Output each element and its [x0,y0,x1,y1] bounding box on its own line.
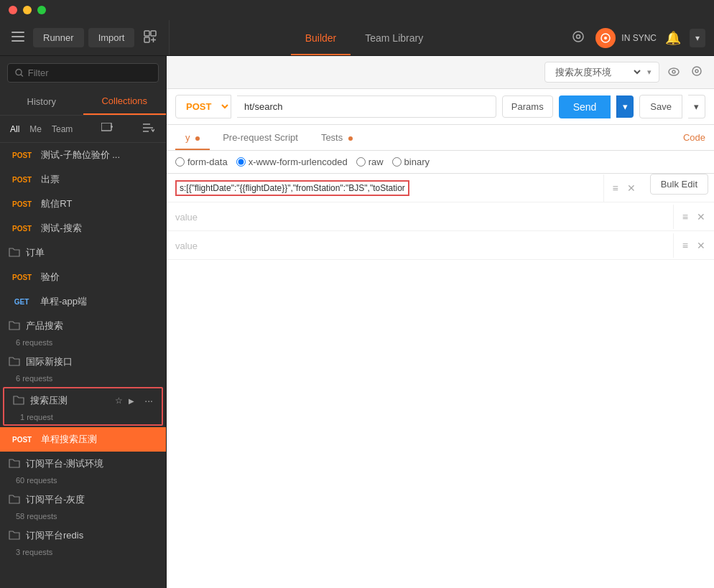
gear-icon [691,65,703,77]
params-button[interactable]: Params [502,95,553,118]
list-item[interactable]: POST 出票 [0,167,166,192]
svg-rect-14 [101,123,111,131]
folder-group[interactable]: 产品搜索 6 requests [0,314,166,350]
env-settings-button[interactable] [688,62,705,82]
tab-pre-request-script[interactable]: Pre-request Script [213,125,308,150]
reorder-button[interactable]: ≡ [610,179,621,197]
reorder-button[interactable]: ≡ [680,208,691,225]
titlebar [0,0,714,20]
send-dropdown-button[interactable]: ▾ [616,95,634,118]
folder-group[interactable]: 订阅平台redis 3 requests [0,523,166,559]
folder-header[interactable]: 产品搜索 [0,314,166,338]
maximize-button[interactable] [37,6,46,14]
notification-button[interactable]: 🔔 [662,27,684,49]
folder-group-highlighted[interactable]: 搜索压测 ☆ ▶ ··· 1 request [3,387,163,426]
urlencoded-option[interactable]: x-www-form-urlencoded [236,157,348,167]
search-input-wrap [7,63,159,83]
sidebar-toggle-button[interactable] [7,27,29,49]
list-item[interactable]: POST 测试-子舱位验价 ... [0,143,166,167]
tab-builder[interactable]: Builder [291,20,351,55]
binary-option[interactable]: binary [392,157,430,167]
folder-header[interactable]: 国际新接口 [0,350,166,374]
send-button[interactable]: Send [559,95,611,118]
sort-button[interactable] [139,121,159,136]
folder-header[interactable]: 订阅平台-灰度 [0,487,166,512]
svg-rect-0 [11,32,24,33]
folder-item[interactable]: 订单 [0,241,166,265]
bulk-edit-button[interactable]: Bulk Edit [650,174,708,195]
folder-icon [9,458,20,470]
body-type-bar: form-data x-www-form-urlencoded raw bina… [167,151,714,174]
save-button[interactable]: Save [639,95,682,118]
item-name: 验价 [41,271,157,284]
minimize-button[interactable] [23,6,32,14]
import-button[interactable]: Import [88,28,135,47]
svg-point-21 [672,70,675,73]
runner-label: Runner [43,32,74,43]
folder-header[interactable]: 订阅平台-测试环境 [0,452,166,476]
delete-param-button[interactable]: ✕ [624,179,639,197]
tab-collections[interactable]: Collections [83,88,167,115]
reorder-button[interactable]: ≡ [680,237,691,254]
close-button[interactable] [9,6,17,14]
more-options-icon[interactable]: ··· [144,395,153,406]
delete-param-button[interactable]: ✕ [694,208,708,225]
filter-all-button[interactable]: All [7,123,22,136]
form-data-radio[interactable] [175,157,185,167]
runner-button[interactable]: Runner [33,28,84,47]
filter-input[interactable] [28,67,151,78]
url-input[interactable] [237,95,496,118]
binary-radio[interactable] [392,157,402,167]
new-tab-button[interactable] [139,25,162,51]
list-item[interactable]: POST 航信RT [0,192,166,216]
list-item-active[interactable]: POST 单程搜索压测 [0,427,166,452]
folder-meta: 1 request [20,413,162,424]
folder-group[interactable]: 订阅平台-测试环境 60 requests [0,452,166,487]
folder-header-highlighted[interactable]: 搜索压测 ☆ ▶ ··· [4,388,162,413]
raw-option[interactable]: raw [356,157,384,167]
tab-team-library[interactable]: Team Library [351,20,437,55]
more-button[interactable]: ▾ [690,29,705,47]
delete-param-button[interactable]: ✕ [694,237,708,254]
list-item[interactable]: POST 测试-搜索 [0,216,166,241]
folder-name: 订阅平台-测试环境 [26,457,157,470]
folder-group[interactable]: 国际新接口 6 requests [0,350,166,386]
save-dropdown-button[interactable]: ▾ [688,95,705,118]
param-actions: ≡ ✕ [604,179,644,197]
eye-icon [668,67,680,76]
request-line: POST Params Send ▾ Save ▾ [167,89,714,125]
form-data-option[interactable]: form-data [175,157,228,167]
svg-rect-2 [11,40,24,42]
param-actions: ≡ ✕ [674,237,714,254]
folder-icon [9,247,20,259]
raw-radio[interactable] [356,157,366,167]
list-item[interactable]: GET 单程-app端 [0,289,166,314]
url-bar-area: 搜索灰度环境 ▾ [167,56,714,89]
param-key-placeholder: value [167,205,674,229]
folder-group[interactable]: 订阅平台-灰度 58 requests [0,487,166,523]
param-value-text: value [175,241,198,251]
env-view-button[interactable] [665,64,682,81]
folder-header[interactable]: 订阅平台redis [0,523,166,548]
filter-me-button[interactable]: Me [27,123,45,136]
sync-button[interactable]: IN SYNC [621,33,657,43]
list-item[interactable]: POST 验价 [0,265,166,289]
tab-tests[interactable]: Tests [311,125,363,150]
new-collection-button[interactable] [97,121,117,136]
env-select[interactable]: 搜索灰度环境 [552,66,643,78]
folder-name: 搜索压测 [30,394,106,407]
urlencoded-radio[interactable] [236,157,246,167]
param-key-placeholder: value [167,233,674,258]
param-key-value: s:[{"flightDate":"{{flightDate}}","fromS… [175,180,409,196]
method-select[interactable]: POST [175,95,231,118]
tab-history[interactable]: History [0,88,83,115]
svg-rect-4 [151,31,156,36]
svg-rect-3 [144,31,149,36]
param-row: s:[{"flightDate":"{{flightDate}}","fromS… [167,174,714,202]
sidebar-list: POST 测试-子舱位验价 ... POST 出票 POST 航信RT POST… [0,143,166,588]
filter-team-button[interactable]: Team [49,123,75,136]
tab-body[interactable]: y [175,125,210,150]
code-link[interactable]: Code [683,132,705,143]
settings-button[interactable] [567,25,590,51]
folder-icon [13,395,24,407]
